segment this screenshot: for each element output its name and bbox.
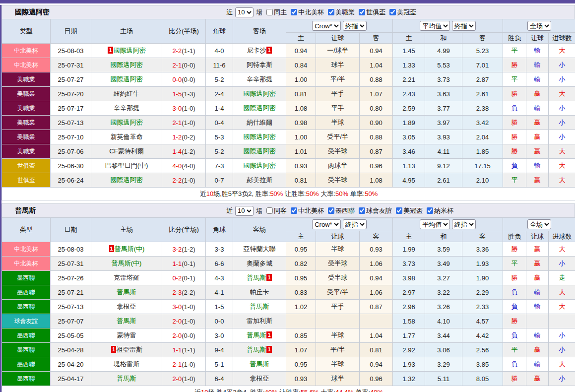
team-name-link[interactable]: 國際邁阿密 (114, 47, 146, 54)
league-filter-checkbox[interactable] (359, 9, 365, 15)
avg-odds-select[interactable]: 平均值 (420, 219, 450, 229)
team-name-link[interactable]: 普馬斯 (117, 375, 136, 382)
team-name-link[interactable]: CF蒙特利爾 (109, 147, 143, 155)
corner-cell: 5-3 (206, 130, 233, 144)
league-filter-checkbox[interactable] (328, 207, 334, 214)
team-name-link[interactable]: 帕丘卡 (250, 288, 269, 296)
team-name-link[interactable]: 彭美拉斯 (247, 176, 272, 184)
fulltime-score: 2-1 (172, 361, 182, 368)
league-filter-checkbox-label[interactable]: 墨西聯 (325, 206, 355, 215)
handicap-away-odds: 0.87 (360, 300, 393, 314)
league-filter-checkbox-label[interactable]: 球會友誼 (356, 206, 392, 215)
team-name-link[interactable]: 普馬斯(中) (112, 260, 142, 267)
summary-segment: 让胜率: (283, 190, 306, 197)
team-name-link[interactable]: 紐約紅牛 (114, 90, 139, 97)
team-name-link[interactable]: 辛辛那提 (114, 104, 139, 112)
team-name-link[interactable]: 奧蘭多城 (247, 260, 272, 267)
handicap-away-odds: 1.07 (360, 87, 393, 101)
team-name-link[interactable]: 堤格雷斯 (114, 360, 139, 368)
team-name-link[interactable]: 蒙特雷 (117, 331, 136, 339)
team-name-link[interactable]: 拿根亞 (117, 303, 136, 310)
scope-select[interactable]: 全场 (527, 21, 551, 31)
home-team-cell: 堤格雷斯 (91, 357, 162, 372)
result-wdl: 勝 (503, 58, 526, 72)
handicap-line: 球半 (316, 58, 360, 72)
same-venue-checkbox-label[interactable]: 同客 (263, 206, 287, 215)
score-cell: 2-1(0-0) (162, 58, 206, 72)
team-name-link[interactable]: 新英倫革命 (111, 133, 143, 140)
team-name-link[interactable]: 國際邁阿密 (244, 133, 276, 140)
league-filter-checkbox-label[interactable]: 中北美杯 (288, 206, 324, 215)
team-name-link[interactable]: 國際邁阿密 (111, 75, 143, 83)
league-filter-checkbox-label[interactable]: 中北美杯 (288, 8, 324, 17)
handicap-home-odds: 1.01 (286, 144, 316, 159)
league-filter-checkbox[interactable] (427, 207, 433, 214)
team-name-link[interactable]: 拿根亞 (250, 375, 269, 382)
team-header-bar: 普馬斯近10場同客中北美杯墨西聯球會友誼美冠盃納米杯 (1, 203, 575, 217)
handicap-away-odds: 0.88 (360, 130, 393, 144)
league-cell: 美職業 (2, 72, 51, 87)
avg-away-odds: 3.42 (462, 116, 503, 130)
team-name-link[interactable]: 國際邁阿密 (111, 61, 143, 68)
same-venue-checkbox[interactable] (266, 207, 273, 214)
league-filter-checkbox-label[interactable]: 美職業 (325, 8, 355, 17)
team-name-link[interactable]: 亞特蘭大聯 (244, 245, 276, 253)
recent-count-select[interactable]: 10 (235, 7, 254, 17)
team-name-link[interactable]: 普馬斯 (250, 303, 269, 310)
team-name-link[interactable]: 國際邁阿密 (111, 176, 143, 184)
avg-odds-select[interactable]: 平均值 (420, 21, 450, 31)
handicap-line: 平手 (316, 101, 360, 116)
league-filter-checkbox[interactable] (291, 207, 297, 214)
league-filter-checkbox-label[interactable]: 美冠盃 (393, 206, 423, 215)
team-name-link[interactable]: 納什維爾 (247, 119, 272, 126)
team-name-link[interactable]: 普馬斯(中) (115, 245, 145, 253)
team-name-link[interactable]: 巴黎聖日門(中) (105, 162, 148, 169)
summary-segment: 10 (201, 389, 208, 392)
league-filter-checkbox-label[interactable]: 美冠盃 (386, 8, 416, 17)
team-name-link[interactable]: 國際邁阿密 (244, 104, 276, 112)
team-name-link[interactable]: 普馬斯 (117, 317, 136, 325)
team-name-link[interactable]: 國際邁阿密 (244, 147, 276, 155)
odds-stage-select[interactable]: 終指 (343, 219, 367, 229)
recent-count-select[interactable]: 10 (235, 206, 254, 216)
team-name-link[interactable]: 辛辛那提 (247, 75, 272, 83)
team-name-link[interactable]: 普馬斯 (247, 346, 266, 353)
team-name-link[interactable]: 普馬斯 (247, 331, 266, 339)
team-name-link[interactable]: 普馬斯 (117, 288, 136, 296)
team-name-link[interactable]: 尼卡沙 (247, 47, 266, 54)
team-name-link[interactable]: 國際邁阿密 (111, 119, 143, 126)
avg-stage-select[interactable]: 終指 (452, 219, 476, 229)
team-name-link[interactable]: 普馬斯 (247, 274, 266, 281)
league-filter-checkbox-label[interactable]: 納米杯 (424, 206, 453, 215)
team-name-link[interactable]: 克雷塔羅 (114, 274, 139, 281)
league-filter-checkbox[interactable] (359, 207, 365, 214)
match-row: 世俱盃25-06-30巴黎聖日門(中)4-0(4-0)7-3國際邁阿密0.93两… (2, 159, 575, 173)
match-row: 墨西聯25-05-05蒙特雷2-0(0-0)3-0普馬斯10.85半球1.041… (2, 328, 575, 343)
league-filter-checkbox[interactable] (291, 9, 297, 15)
avg-stage-select[interactable]: 終指 (452, 21, 476, 31)
handicap-line: 平手 (316, 87, 360, 101)
league-filter-checkbox[interactable] (389, 9, 396, 15)
odds-stage-select[interactable]: 終指 (343, 21, 367, 31)
team-name-link[interactable]: 祖亞雷斯 (117, 346, 142, 353)
team-name-link[interactable]: 國際邁阿密 (244, 162, 276, 169)
avg-home-odds: 1.32 (393, 372, 425, 386)
team-name-link[interactable]: 阿特拿斯 (247, 61, 272, 68)
team-name-link[interactable]: 雷加利斯 (247, 317, 272, 325)
home-team-cell: 國際邁阿密 (91, 173, 162, 188)
league-cell: 中北美杯 (2, 58, 51, 72)
summary-text: 近10场,胜4平2负4, 胜率:40% 让胜率:55.6% 大率:44.4% 单… (2, 386, 575, 392)
league-filter-checkbox-label[interactable]: 世俱盃 (356, 8, 385, 17)
team-name-link[interactable]: 普馬斯 (250, 360, 269, 368)
same-venue-checkbox[interactable] (266, 9, 273, 15)
odds-provider-select[interactable]: Crow* (312, 219, 341, 229)
same-venue-checkbox-label[interactable]: 同主 (263, 8, 287, 17)
league-filter-checkbox[interactable] (328, 9, 334, 15)
result-handicap: 贏 (526, 87, 549, 101)
odds-provider-select[interactable]: Crow* (312, 21, 341, 31)
score-cell: 1-1(1-1) (162, 343, 206, 357)
league-filter-checkbox[interactable] (396, 207, 402, 214)
team-name-link[interactable]: 國際邁阿密 (244, 90, 276, 97)
scope-select[interactable]: 全场 (527, 219, 551, 229)
avg-away-odds: 7.01 (462, 58, 503, 72)
